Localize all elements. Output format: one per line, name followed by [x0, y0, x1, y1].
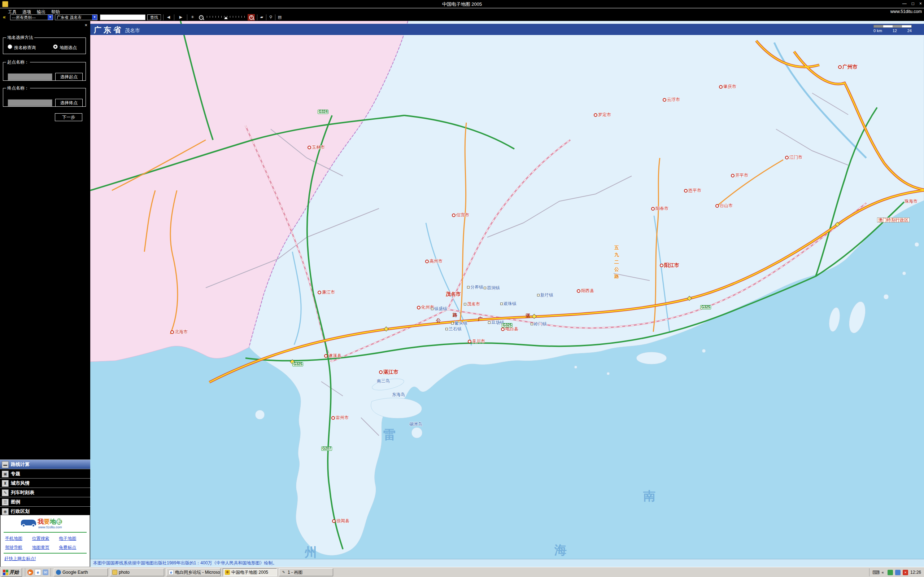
sidebar-item-列车时刻表[interactable]: ✎列车时刻表 — [0, 488, 90, 497]
windows-logo-icon — [3, 570, 8, 575]
map-label: 湛 — [525, 313, 530, 318]
logo-text: 我要地图 — [37, 517, 62, 526]
pushpin-tool-icon[interactable]: ⚲ — [267, 15, 274, 20]
sidebar-item-城市风情[interactable]: ♜城市风情 — [0, 478, 90, 488]
taskbar-button[interactable]: e电白同乡论坛 - Microso... — [166, 568, 221, 576]
promo-link[interactable]: 免费标点 — [59, 545, 86, 551]
map-label: 珠海市 — [905, 199, 918, 203]
keyboard-layout-icon[interactable]: ⌨ — [872, 570, 878, 575]
toolbar: « ---所有类别--- ▼ 广东省 茂名市 ▼ 查找 ◀ ▶ ✳ − + ▰ … — [0, 14, 924, 21]
map-label: 云浮市 — [663, 97, 680, 102]
promo-link[interactable]: 地图黄页 — [32, 545, 59, 551]
city-marker — [417, 306, 420, 309]
sidebar-item-行政区划[interactable]: ◉行政区划 — [0, 506, 90, 516]
start-name-input[interactable] — [8, 73, 52, 81]
sidebar-item-label: 专题 — [11, 471, 20, 476]
logo-url: www.51ditu.com — [38, 525, 62, 529]
map-label: 信宜市 — [452, 213, 469, 217]
map-label: 鳌头镇 — [451, 321, 467, 325]
close-icon[interactable]: × — [84, 23, 87, 28]
folder-icon — [112, 570, 117, 575]
sidebar-item-label: 行政区划 — [11, 508, 30, 514]
sidebar-item-icon: ▬ — [2, 461, 9, 468]
map-label: 澳门特别行政区 — [877, 218, 909, 222]
measure-tool-icon[interactable]: ▰ — [258, 15, 265, 20]
forward-arrow-button[interactable]: ▶ — [178, 15, 184, 20]
sidebar-item-专题[interactable]: ▣专题 — [0, 469, 90, 478]
tray-chevron-icon[interactable]: « — [880, 570, 885, 575]
taskbar-button[interactable]: ✎1 - 画图 — [279, 568, 333, 576]
promo-link[interactable]: 驾驶导航 — [5, 545, 32, 551]
start-button[interactable]: 开始 — [1, 568, 22, 577]
category-dropdown[interactable]: ---所有类别--- ▼ — [10, 15, 53, 20]
maximize-button[interactable]: □ — [912, 1, 914, 6]
collapse-panel-icon[interactable]: « — [3, 14, 6, 20]
zoom-in-button[interactable]: + — [247, 14, 255, 21]
title-bar: 中国电子地图 2005 — □ × — [0, 0, 924, 8]
city-marker — [731, 174, 735, 177]
next-step-button[interactable]: 下一步 — [55, 113, 82, 121]
back-arrow-button[interactable]: ◀ — [165, 15, 172, 20]
taskbar-button[interactable]: Google Earth — [54, 568, 108, 576]
sidebar-item-图例[interactable]: ☰图例 — [0, 497, 90, 506]
media-player-icon[interactable]: ▶ — [27, 569, 33, 575]
open-folder-icon[interactable]: ▤ — [276, 15, 283, 20]
mark-point-link[interactable]: 赶快上网去标点! — [1, 554, 89, 562]
promo-link[interactable]: 位置搜索 — [32, 535, 59, 542]
sidebar-item-icon: ♜ — [2, 480, 9, 487]
choose-end-button[interactable]: 选择终点 — [55, 99, 82, 107]
map-label: 海 — [554, 544, 567, 556]
start-legend: 起点名称： — [6, 59, 30, 65]
search-input[interactable] — [100, 15, 145, 20]
minimize-button[interactable]: — — [902, 1, 907, 6]
city-marker — [468, 340, 472, 343]
close-button[interactable]: × — [919, 1, 922, 6]
search-button[interactable]: 查找 — [147, 15, 161, 20]
mail-icon[interactable]: ✉ — [43, 569, 48, 575]
end-group: 终点名称： 选择终点 — [3, 85, 86, 107]
taskbar-button-label: Google Earth — [63, 570, 88, 575]
chevron-down-icon[interactable]: ▼ — [48, 15, 53, 20]
route-panel: × 地名选择方法 按名称查询 地图选点 起点名称： 选择起点 终点名称： 选择终… — [0, 21, 90, 567]
radio-map-pick[interactable] — [53, 44, 58, 49]
city-marker — [324, 354, 328, 358]
zoom-slider[interactable] — [207, 15, 247, 19]
map-label: G325 — [502, 323, 512, 327]
zoom-slider-thumb[interactable] — [224, 16, 228, 19]
promo-link[interactable]: 手机地图 — [5, 535, 32, 542]
radio-by-name[interactable] — [8, 44, 12, 49]
map-label: 阳西县 — [577, 288, 594, 293]
radio-by-name-label: 按名称查询 — [14, 45, 36, 51]
city-marker — [684, 189, 688, 193]
end-name-input[interactable] — [8, 99, 52, 106]
taskbar-button[interactable]: photo — [110, 568, 164, 576]
network-tray-icon[interactable] — [895, 570, 901, 575]
scale-mid: 12 — [893, 29, 897, 33]
scale-bar: 0 km 12 24 — [874, 25, 912, 33]
internet-explorer-icon[interactable]: e — [35, 569, 41, 575]
choose-start-button[interactable]: 选择起点 — [55, 73, 82, 81]
town-marker — [451, 322, 454, 324]
city-marker — [331, 416, 335, 420]
chevron-down-icon[interactable]: ▼ — [92, 15, 97, 20]
pan-hand-tool[interactable]: ✳ — [189, 15, 195, 20]
quick-launch: ▶ e ✉ — [25, 568, 51, 576]
map-canvas[interactable]: 广州市茂名市茂名市湛江市阳江市北海市雷州市徐闻县吴川市电白县阳西县廉江市化州市高… — [90, 21, 924, 567]
city-marker — [660, 264, 663, 267]
map-label: 雷州市 — [331, 416, 349, 420]
menu-bar: 工具 选项 输出 帮助 www.51ditu.com — [0, 8, 924, 14]
taskbar-button[interactable]: ❖中国电子地图 2005 — [223, 568, 277, 576]
radio-map-pick-label: 地图选点 — [60, 45, 77, 51]
map-label: 雷 — [383, 429, 396, 441]
network-error-icon[interactable]: × — [903, 570, 908, 575]
region-dropdown[interactable]: 广东省 茂名市 ▼ — [55, 15, 97, 20]
map-label: 茂名市 — [464, 302, 480, 306]
taskbar-clock: 12:26 — [910, 570, 921, 575]
method-group: 地名选择方法 按名称查询 地图选点 — [3, 35, 86, 54]
zoom-out-icon[interactable]: − — [199, 15, 204, 20]
start-group: 起点名称： 选择起点 — [3, 59, 86, 81]
city-marker — [716, 204, 719, 208]
promo-link[interactable]: 电子地图 — [59, 535, 86, 542]
update-tray-icon[interactable] — [888, 570, 893, 575]
sidebar-item-路线计算[interactable]: ▬路线计算 — [0, 459, 90, 469]
